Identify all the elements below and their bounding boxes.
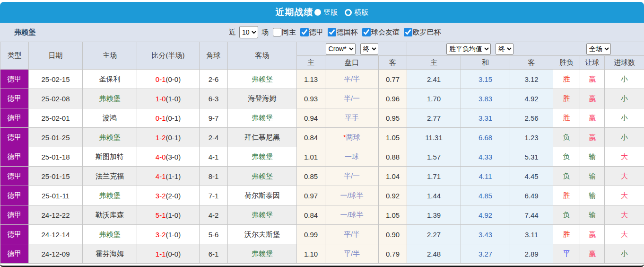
full-time-score: 3-2 xyxy=(156,192,166,200)
cell-date: 25-02-01 xyxy=(29,108,83,128)
cell-mean-home: 1.44 xyxy=(407,186,461,205)
cell-handicap-result: 赢 xyxy=(580,225,605,244)
half-time-score: (1-0) xyxy=(166,95,181,103)
cell-mean-home: 1.39 xyxy=(407,205,461,225)
cell-date: 25-02-15 xyxy=(29,70,83,89)
cell-home-team: 斯图加特 xyxy=(83,147,137,167)
cell-date: 24-12-22 xyxy=(29,205,83,225)
cell-mean-away: 6.49 xyxy=(510,186,553,205)
cell-corners: 8-1 xyxy=(200,167,228,186)
horizontal-layout-radio[interactable] xyxy=(345,9,352,16)
cell-league: 德甲 xyxy=(0,147,29,167)
half-time-score: (1-1) xyxy=(166,172,181,180)
cell-corners: 6-1 xyxy=(200,244,228,264)
league-toggle-europa[interactable]: 欧罗巴杯 xyxy=(401,28,441,37)
vertical-layout-label[interactable]: 竖版 xyxy=(324,8,338,17)
cell-league: 德甲 xyxy=(0,244,29,264)
odds-final-select[interactable]: 终 xyxy=(360,43,378,55)
league-checkbox-club-friendly[interactable] xyxy=(362,28,371,36)
league-label: 德国杯 xyxy=(337,28,358,37)
cell-odds-home: 0.94 xyxy=(297,108,325,128)
mean-final-select[interactable]: 终 xyxy=(496,43,513,55)
cell-home-team: 弗赖堡 xyxy=(83,186,137,205)
cell-handicap-result: 输 xyxy=(580,205,605,225)
cell-result: 负 xyxy=(553,205,580,225)
cell-odds-home: 0.93 xyxy=(297,89,325,108)
league-checkbox-bundesliga[interactable] xyxy=(300,28,309,36)
cell-handicap: 一/球半 xyxy=(325,186,379,205)
scope-select[interactable]: 全场 xyxy=(586,43,611,55)
match-row: 德甲 25-02-08 弗赖堡 1-0(1-0) 6-3 海登海姆 0.93 半… xyxy=(0,89,644,108)
cell-date: 24-12-14 xyxy=(29,225,83,244)
same-home-toggle[interactable]: 同主 xyxy=(270,28,296,37)
cell-mean-away: 5.31 xyxy=(510,147,553,167)
cell-handicap-result: 赢 xyxy=(580,89,605,108)
handicap-line: 平/半 xyxy=(344,249,360,258)
bookmaker-select[interactable]: Crow* xyxy=(326,43,356,55)
mean-select[interactable]: 胜平负均值 xyxy=(446,43,491,55)
horizontal-layout-label[interactable]: 横版 xyxy=(355,8,369,17)
league-label: 欧罗巴杯 xyxy=(413,28,441,37)
cell-mean-away: 1.23 xyxy=(510,128,553,147)
cell-handicap: 半/一 xyxy=(325,89,379,108)
cell-goals: 小 xyxy=(605,108,644,128)
cell-score: 1-2(0-1) xyxy=(137,128,200,147)
match-row: 德甲 25-01-11 弗赖堡 3-2(2-0) 7-1 荷尔斯泰因 0.97 … xyxy=(0,186,644,205)
recent-count-select[interactable]: 10 xyxy=(239,26,258,38)
same-home-checkbox[interactable] xyxy=(273,28,281,36)
cell-home-team: 弗赖堡 xyxy=(83,225,137,244)
cell-away-team: 海登海姆 xyxy=(228,89,297,108)
cell-handicap-result: 赢 xyxy=(580,70,605,89)
cell-date: 25-01-18 xyxy=(29,147,83,167)
cell-mean-draw: 3.83 xyxy=(461,89,510,108)
cell-odds-away: 0.95 xyxy=(379,108,407,128)
half-time-score: (0-1) xyxy=(166,134,181,142)
match-row: 德甲 25-01-25 弗赖堡 1-2(0-1) 2-4 拜仁慕尼黑 0.84 … xyxy=(0,128,644,147)
match-row: 德甲 24-12-14 弗赖堡 3-2(1-0) 5-6 沃尔夫斯堡 0.99 … xyxy=(0,225,644,244)
filter-controls: 近 10 场 同主 德甲 德国杯 球会友谊 欧罗 xyxy=(229,23,441,42)
cell-goals: 小 xyxy=(605,128,644,147)
cell-handicap: 一/球半 xyxy=(325,205,379,225)
cell-handicap: *两球 xyxy=(325,128,379,147)
recent-results-title: 近期战绩 xyxy=(276,6,313,18)
league-label: 德甲 xyxy=(309,28,323,37)
cell-mean-draw: 3.31 xyxy=(461,108,510,128)
cell-score: 1-0(1-0) xyxy=(137,89,200,108)
cell-corners: 4-1 xyxy=(200,147,228,167)
cell-mean-draw: 3.27 xyxy=(461,244,510,264)
match-row: 德甲 25-01-15 法兰克福 4-1(1-1) 8-1 弗赖堡 0.85 半… xyxy=(0,167,644,186)
header-date: 日期 xyxy=(29,42,83,70)
league-toggle-dfb-pokal[interactable]: 德国杯 xyxy=(325,28,358,37)
cell-mean-draw: 4.85 xyxy=(461,186,510,205)
cell-odds-home: 0.84 xyxy=(297,128,325,147)
cell-mean-away: 2.89 xyxy=(510,244,553,264)
cell-score: 3-2(1-0) xyxy=(137,225,200,244)
cell-date: 25-01-11 xyxy=(29,186,83,205)
cell-corners: 4-2 xyxy=(200,205,228,225)
cell-odds-away: 0.79 xyxy=(379,244,407,264)
cell-league: 德甲 xyxy=(0,70,29,89)
cell-league: 德甲 xyxy=(0,167,29,186)
league-toggle-club-friendly[interactable]: 球会友谊 xyxy=(359,28,400,37)
cell-away-team: 弗赖堡 xyxy=(228,167,297,186)
cell-mean-draw: 3.43 xyxy=(461,225,510,244)
header-result: 胜负 xyxy=(553,56,580,70)
handicap-line: 平手 xyxy=(345,114,359,122)
league-toggle-bundesliga[interactable]: 德甲 xyxy=(297,28,323,37)
cell-handicap: 平/半 xyxy=(325,225,379,244)
cell-league: 德甲 xyxy=(0,186,29,205)
cell-home-team: 霍芬海姆 xyxy=(83,244,137,264)
cell-league: 德甲 xyxy=(0,89,29,108)
header-corners: 角球 xyxy=(200,42,228,70)
league-checkbox-dfb-pokal[interactable] xyxy=(328,28,336,36)
cell-goals: 大 xyxy=(605,186,644,205)
cell-mean-draw: 4.33 xyxy=(461,147,510,167)
handicap-line: 一/球半 xyxy=(340,191,363,199)
cell-goals: 小 xyxy=(605,89,644,108)
team-name: 弗赖堡 xyxy=(14,23,35,42)
league-checkbox-europa[interactable] xyxy=(404,28,412,36)
vertical-layout-radio[interactable] xyxy=(314,9,321,16)
same-home-label: 同主 xyxy=(282,28,296,37)
match-row: 德甲 25-02-15 圣保利 0-1(0-0) 2-6 弗赖堡 1.13 平/… xyxy=(0,70,644,89)
cell-away-team: 荷尔斯泰因 xyxy=(228,186,297,205)
